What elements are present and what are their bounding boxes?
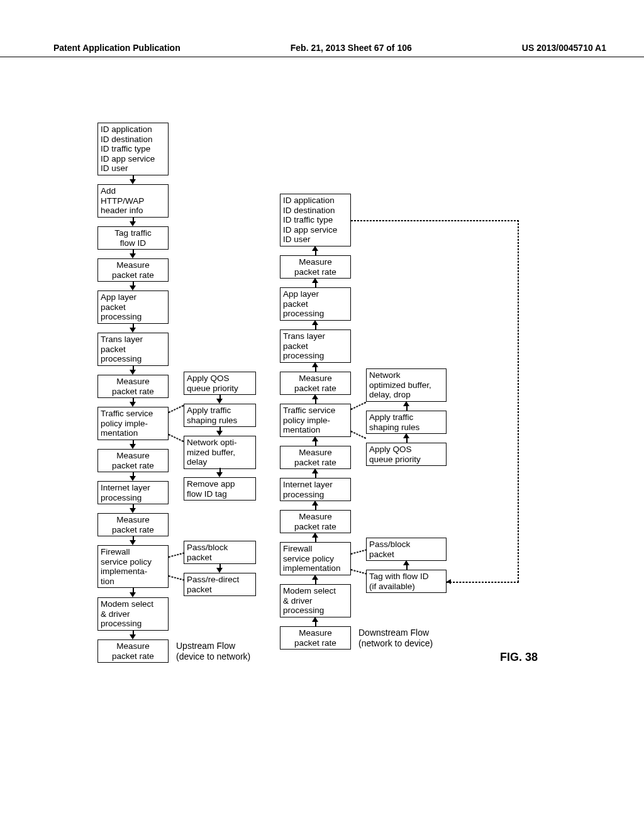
downstream-tag-flowid-box: Tag with flow ID (if available) [366, 570, 447, 593]
header-center: Feb. 21, 2013 Sheet 67 of 106 [291, 43, 412, 53]
upstream-id-box: ID application ID destination ID traffic… [97, 123, 169, 175]
upstream-qos-box: Apply QOS queue priority [184, 372, 256, 395]
upstream-add-header-box: Add HTTP/WAP header info [97, 184, 169, 218]
downstream-measure3-box: Measure packet rate [280, 446, 351, 469]
upstream-passblock-box: Pass/block packet [184, 541, 256, 564]
upstream-shaping-box: Apply traffic shaping rules [184, 404, 256, 427]
downstream-traffic-policy-box: Traffic service policy imple- mentation [280, 404, 351, 437]
downstream-internet-layer-box: Internet layer processing [280, 478, 351, 501]
downstream-translayer-box: Trans layer packet processing [280, 329, 351, 363]
downstream-applayer-box: App layer packet processing [280, 287, 351, 321]
downstream-passblock-box: Pass/block packet [366, 538, 447, 561]
downstream-measure5-box: Measure packet rate [280, 626, 351, 650]
upstream-measure2-box: Measure packet rate [97, 375, 169, 398]
downstream-measure4-box: Measure packet rate [280, 510, 351, 533]
downstream-qos-box: Apply QOS queue priority [366, 443, 447, 466]
upstream-traffic-policy-box: Traffic service policy imple- mentation [97, 407, 169, 440]
upstream-measure1-box: Measure packet rate [97, 258, 169, 282]
figure-label: FIG. 38 [500, 651, 538, 664]
header-left: Patent Application Publication [53, 43, 180, 53]
upstream-modem-box: Modem select & driver processing [97, 597, 169, 631]
downstream-id-box: ID application ID destination ID traffic… [280, 194, 351, 246]
downstream-measure1-box: Measure packet rate [280, 255, 351, 279]
upstream-tag-flowid-box: Tag traffic flow ID [97, 226, 169, 250]
upstream-measure3-box: Measure packet rate [97, 449, 169, 472]
downstream-modem-box: Modem select & driver processing [280, 584, 351, 617]
upstream-redirect-box: Pass/re-direct packet [184, 573, 256, 596]
upstream-buffer-box: Network opti- mized buffer, delay [184, 436, 256, 469]
downstream-shaping-box: Apply traffic shaping rules [366, 411, 447, 434]
upstream-remove-tag-box: Remove app flow ID tag [184, 477, 256, 501]
downstream-flow-label: Downstream Flow (network to device) [358, 628, 433, 649]
header-right: US 2013/0045710 A1 [522, 43, 606, 53]
upstream-translayer-box: Trans layer packet processing [97, 333, 169, 366]
page-header: Patent Application Publication Feb. 21, … [0, 43, 644, 57]
downstream-measure2-box: Measure packet rate [280, 372, 351, 395]
upstream-internet-layer-box: Internet layer processing [97, 481, 169, 504]
upstream-measure4-box: Measure packet rate [97, 513, 169, 536]
downstream-buffer-box: Network optimized buffer, delay, drop [366, 368, 447, 402]
upstream-flow-label: Upstream Flow (device to network) [176, 641, 250, 662]
upstream-firewall-box: Firewall service policy implementa- tion [97, 545, 169, 588]
upstream-applayer-box: App layer packet processing [97, 290, 169, 324]
upstream-measure5-box: Measure packet rate [97, 639, 169, 663]
downstream-firewall-box: Firewall service policy implementation [280, 542, 351, 575]
